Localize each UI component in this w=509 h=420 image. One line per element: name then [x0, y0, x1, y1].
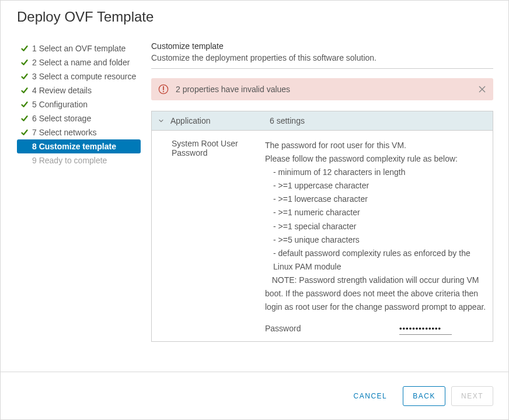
alert-text: 2 properties have invalid values — [176, 85, 290, 94]
back-button[interactable]: BACK — [403, 386, 445, 406]
step-4-review-details[interactable]: 4 Review details — [17, 83, 141, 97]
warning-icon — [158, 84, 169, 94]
password-row: Password — [265, 322, 487, 335]
dialog-footer: CANCEL BACK NEXT — [1, 372, 508, 419]
panel-header-application[interactable]: Application 6 settings — [152, 111, 493, 131]
step-label: 1 Select an OVF template — [32, 43, 125, 54]
validation-alert: 2 properties have invalid values — [151, 78, 493, 100]
step-6-select-storage[interactable]: 6 Select storage — [17, 111, 141, 125]
setting-label: System Root User Password — [172, 139, 265, 158]
rule-item: - >=5 unique characters — [265, 233, 487, 247]
rule-item: - default password complexity rules as e… — [265, 247, 487, 274]
panel-body: System Root User Password The password f… — [152, 131, 493, 341]
step-3-compute-resource[interactable]: 3 Select a compute resource — [17, 69, 141, 83]
password-input[interactable] — [399, 323, 452, 335]
dialog-deploy-ovf: Deploy OVF Template 1 Select an OVF temp… — [0, 0, 509, 420]
panel-header-count: 6 settings — [270, 116, 305, 125]
password-label: Password — [265, 322, 399, 335]
rule-item: - minimum of 12 characters in length — [265, 166, 487, 179]
desc-lead: The password for root user for this VM. — [265, 139, 487, 152]
step-label: 7 Select networks — [32, 127, 97, 138]
step-label: 9 Ready to complete — [32, 155, 107, 166]
settings-panel: Application 6 settings System Root User … — [151, 111, 493, 342]
step-label: 6 Select storage — [32, 113, 91, 124]
step-7-select-networks[interactable]: 7 Select networks — [17, 125, 141, 139]
chevron-down-icon — [158, 116, 165, 125]
svg-point-2 — [163, 91, 164, 92]
check-icon — [20, 100, 29, 108]
check-icon — [20, 72, 29, 80]
main-panel: Customize template Customize the deploym… — [148, 41, 497, 346]
section-title: Customize template — [151, 41, 493, 51]
step-label: 5 Configuration — [32, 99, 88, 110]
setting-description: The password for root user for this VM. … — [265, 139, 487, 335]
cancel-button[interactable]: CANCEL — [344, 386, 398, 406]
check-icon — [20, 58, 29, 66]
main-panel-scroll[interactable]: Customize template Customize the deploym… — [148, 41, 497, 372]
step-label: 4 Review details — [32, 85, 92, 96]
close-icon[interactable] — [478, 85, 486, 93]
rule-item: - >=1 special character — [265, 220, 487, 233]
step-1-select-ovf[interactable]: 1 Select an OVF template — [17, 41, 141, 55]
panel-header-label: Application — [170, 116, 270, 125]
desc-rule-intro: Please follow the password complexity ru… — [265, 152, 487, 166]
dialog-content: 1 Select an OVF template 2 Select a name… — [1, 36, 508, 372]
check-icon — [20, 114, 29, 123]
next-button: NEXT — [451, 386, 493, 406]
step-label: 2 Select a name and folder — [32, 57, 130, 68]
step-2-name-folder[interactable]: 2 Select a name and folder — [17, 55, 141, 69]
divider — [151, 68, 493, 69]
check-icon — [20, 128, 29, 136]
rule-item: - >=1 numeric character — [265, 206, 487, 219]
rule-item: - >=1 uppercase character — [265, 179, 487, 192]
rule-item: - >=1 lowercase character — [265, 192, 487, 206]
wizard-steps: 1 Select an OVF template 2 Select a name… — [17, 41, 141, 167]
step-5-configuration[interactable]: 5 Configuration — [17, 97, 141, 111]
dialog-title: Deploy OVF Template — [1, 1, 508, 33]
desc-note: NOTE: Password strength validation will … — [265, 274, 487, 314]
setting-root-password: System Root User Password The password f… — [172, 139, 487, 335]
step-9-ready-complete: 9 Ready to complete — [17, 153, 141, 167]
step-label: 3 Select a compute resource — [32, 71, 136, 82]
step-label: 8 Customize template — [32, 141, 116, 152]
check-icon — [20, 86, 29, 94]
section-subtitle: Customize the deployment properties of t… — [151, 53, 493, 62]
check-icon — [20, 44, 29, 52]
step-8-customize-template[interactable]: 8 Customize template — [17, 139, 141, 153]
